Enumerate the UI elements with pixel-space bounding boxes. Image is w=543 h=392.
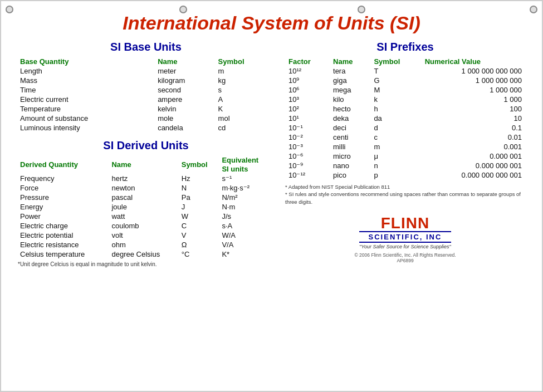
table-cell: meter <box>155 66 216 76</box>
table-cell: μ <box>370 151 421 161</box>
table-cell: 10¹² <box>285 66 330 76</box>
flinn-scientific: SCIENTIFIC, INC <box>359 231 451 243</box>
table-cell: m <box>216 66 274 76</box>
derived-footnote: *Unit degree Celcius is equal in magnitu… <box>18 261 274 267</box>
base-qty-header: Base Quantity <box>18 57 155 66</box>
table-cell: 1 000 000 <box>422 85 525 95</box>
table-cell: Celsius temperature <box>18 249 109 259</box>
prefix-symbol-header: Symbol <box>370 57 421 66</box>
table-cell: joule <box>109 202 179 212</box>
table-cell: Mass <box>18 76 155 85</box>
prefix-header-row: Factor Name Symbol Numerical Value <box>285 57 525 66</box>
table-cell: °C <box>179 249 220 259</box>
table-row: Celsius temperaturedegree Celsius°CK* <box>18 249 274 259</box>
prefix-name-header: Name <box>330 57 370 66</box>
table-cell: pascal <box>109 193 179 202</box>
table-cell: Force <box>18 183 109 193</box>
table-cell: p <box>370 170 421 180</box>
table-cell: C <box>179 221 220 231</box>
table-cell: hertz <box>109 174 179 183</box>
table-cell: Pa <box>179 193 220 202</box>
table-row: Lengthmeterm <box>18 66 274 76</box>
table-cell: degree Celsius <box>109 249 179 259</box>
table-row: Electric chargecoulombCs·A <box>18 221 274 231</box>
table-cell: Frequency <box>18 174 109 183</box>
table-row: 10²hectoh100 <box>285 104 525 114</box>
table-cell: N/m² <box>219 193 274 202</box>
table-cell: 0.001 <box>422 142 525 151</box>
table-cell: Length <box>18 66 155 76</box>
table-cell: mole <box>155 114 216 123</box>
table-cell: ohm <box>109 240 179 249</box>
table-cell: Electric charge <box>18 221 109 231</box>
table-cell: N·m <box>219 202 274 212</box>
table-cell: pico <box>330 170 370 180</box>
table-cell: 0.01 <box>422 133 525 142</box>
table-cell: nano <box>330 161 370 170</box>
base-name-header: Name <box>155 57 216 66</box>
table-row: 10¹²teraT1 000 000 000 000 <box>285 66 525 76</box>
table-cell: da <box>370 114 421 123</box>
table-cell: J/s <box>219 212 274 221</box>
left-column: SI Base Units Base Quantity Name Symbol … <box>18 41 274 267</box>
table-cell: 0.1 <box>422 123 525 133</box>
table-cell: watt <box>109 212 179 221</box>
table-row: 10⁻¹²picop0.000 000 000 001 <box>285 170 525 180</box>
table-cell: V <box>179 231 220 240</box>
table-cell: kg <box>216 76 274 85</box>
flinn-name: FLINN <box>359 215 451 231</box>
table-row: 10⁻¹decid0.1 <box>285 123 525 133</box>
table-row: 10⁻³millim0.001 <box>285 142 525 151</box>
base-units-header-row: Base Quantity Name Symbol <box>18 57 274 66</box>
base-units-section: SI Base Units Base Quantity Name Symbol … <box>18 41 274 133</box>
table-cell: k <box>370 95 421 104</box>
table-cell: milli <box>330 142 370 151</box>
grommet-top-right <box>530 6 537 13</box>
derived-units-title: SI Derived Units <box>18 139 274 152</box>
table-row: Luminous intensitycandelacd <box>18 123 274 133</box>
table-row: Timeseconds <box>18 85 274 95</box>
prefix-table: Factor Name Symbol Numerical Value 10¹²t… <box>285 57 525 180</box>
table-cell: centi <box>330 133 370 142</box>
table-cell: 10⁻¹ <box>285 123 330 133</box>
table-cell: Ω <box>179 240 220 249</box>
table-cell: d <box>370 123 421 133</box>
table-cell: coulomb <box>109 221 179 231</box>
right-column: SI Prefixes Factor Name Symbol Numerical… <box>285 41 525 267</box>
table-cell: ampere <box>155 95 216 104</box>
table-row: Electric potentialvoltVW/A <box>18 231 274 240</box>
content-area: SI Base Units Base Quantity Name Symbol … <box>18 41 525 267</box>
table-row: PowerwattWJ/s <box>18 212 274 221</box>
table-row: Masskilogramkg <box>18 76 274 85</box>
base-units-table: Base Quantity Name Symbol LengthmetermMa… <box>18 57 274 133</box>
table-cell: W <box>179 212 220 221</box>
table-cell: 10⁻⁹ <box>285 161 330 170</box>
table-cell: 10⁻¹² <box>285 170 330 180</box>
footnote-line: * SI rules and style conventions recomme… <box>285 190 525 205</box>
base-symbol-header: Symbol <box>216 57 274 66</box>
prefix-factor-header: Factor <box>285 57 330 66</box>
table-cell: Power <box>18 212 109 221</box>
table-cell: h <box>370 104 421 114</box>
table-cell: newton <box>109 183 179 193</box>
table-row: Electric resistanceohmΩV/A <box>18 240 274 249</box>
flinn-copyright: © 2006 Flinn Scientific, Inc. All Rights… <box>285 252 525 263</box>
base-units-title: SI Base Units <box>18 41 274 53</box>
flinn-logo: FLINN SCIENTIFIC, INC "Your Safer Source… <box>359 215 451 249</box>
table-cell: K* <box>219 249 274 259</box>
table-cell: volt <box>109 231 179 240</box>
table-row: PressurepascalPaN/m² <box>18 193 274 202</box>
table-cell: 10¹ <box>285 114 330 123</box>
table-cell: 1 000 <box>422 95 525 104</box>
grommet-top-center-right <box>358 6 365 13</box>
table-cell: Electric potential <box>18 231 109 240</box>
table-cell: 1 000 000 000 <box>422 76 525 85</box>
table-cell: 10³ <box>285 95 330 104</box>
table-cell: kilogram <box>155 76 216 85</box>
table-cell: deci <box>330 123 370 133</box>
table-cell: Temperature <box>18 104 155 114</box>
table-row: 10⁻²centic0.01 <box>285 133 525 142</box>
main-title: International System of Units (SI) <box>18 12 525 34</box>
prefixes-section: SI Prefixes Factor Name Symbol Numerical… <box>285 41 525 205</box>
table-row: 10³kilok1 000 <box>285 95 525 104</box>
